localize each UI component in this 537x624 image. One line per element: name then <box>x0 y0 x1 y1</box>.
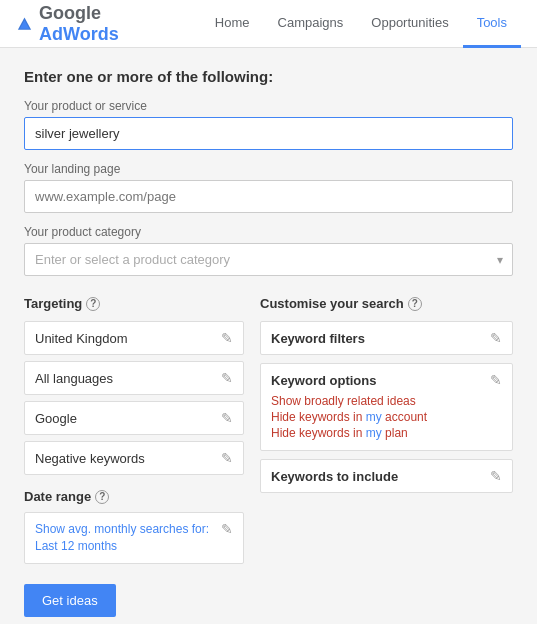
targeting-google-label: Google <box>35 411 77 426</box>
targeting-column: Targeting ? United Kingdom ✎ All languag… <box>24 296 244 564</box>
targeting-uk-label: United Kingdom <box>35 331 128 346</box>
customise-help-icon[interactable]: ? <box>408 297 422 311</box>
edit-icon-date-range: ✎ <box>221 521 233 537</box>
adwords-logo-icon <box>16 15 33 33</box>
nav-tools[interactable]: Tools <box>463 0 521 48</box>
targeting-item-language[interactable]: All languages ✎ <box>24 361 244 395</box>
date-range-item[interactable]: Show avg. monthly searches for: Last 12 … <box>24 512 244 564</box>
logo-text: Google AdWords <box>39 3 177 45</box>
keyword-options-subitems: Show broadly related ideas Hide keywords… <box>271 394 502 440</box>
keyword-filters-title: Keyword filters <box>271 331 365 346</box>
landing-field-group: Your landing page <box>24 162 513 213</box>
targeting-item-uk[interactable]: United Kingdom ✎ <box>24 321 244 355</box>
targeting-language-label: All languages <box>35 371 113 386</box>
edit-icon-keywords-include[interactable]: ✎ <box>490 468 502 484</box>
nav-campaigns[interactable]: Campaigns <box>264 0 358 48</box>
edit-icon-language: ✎ <box>221 370 233 386</box>
keywords-to-include-section: Keywords to include ✎ <box>260 459 513 493</box>
nav-home[interactable]: Home <box>201 0 264 48</box>
form-section-title: Enter one or more of the following: <box>24 68 513 85</box>
customise-title: Customise your search ? <box>260 296 513 311</box>
category-select-wrapper: Enter or select a product category ▾ <box>24 243 513 276</box>
keyword-options-header: Keyword options ✎ <box>271 372 502 388</box>
keyword-filters-section: Keyword filters ✎ <box>260 321 513 355</box>
main-nav: Home Campaigns Opportunities Tools <box>201 0 521 48</box>
targeting-item-google[interactable]: Google ✎ <box>24 401 244 435</box>
targeting-item-negative[interactable]: Negative keywords ✎ <box>24 441 244 475</box>
category-label: Your product category <box>24 225 513 239</box>
landing-label: Your landing page <box>24 162 513 176</box>
hide-keywords-account[interactable]: Hide keywords in my account <box>271 410 502 424</box>
edit-icon-negative: ✎ <box>221 450 233 466</box>
product-input[interactable] <box>24 117 513 150</box>
targeting-customise-section: Targeting ? United Kingdom ✎ All languag… <box>24 296 513 564</box>
customise-column: Customise your search ? Keyword filters … <box>260 296 513 564</box>
keyword-options-section: Keyword options ✎ Show broadly related i… <box>260 363 513 451</box>
targeting-negative-label: Negative keywords <box>35 451 145 466</box>
keyword-options-title: Keyword options <box>271 373 376 388</box>
hide-keywords-plan[interactable]: Hide keywords in my plan <box>271 426 502 440</box>
landing-input[interactable] <box>24 180 513 213</box>
product-field-group: Your product or service <box>24 99 513 150</box>
category-select[interactable]: Enter or select a product category <box>24 243 513 276</box>
date-range-title: Date range ? <box>24 489 244 504</box>
keywords-to-include-title: Keywords to include <box>271 469 398 484</box>
keyword-filters-header: Keyword filters ✎ <box>271 330 502 346</box>
edit-icon-google: ✎ <box>221 410 233 426</box>
header: Google AdWords Home Campaigns Opportunit… <box>0 0 537 48</box>
edit-icon-uk: ✎ <box>221 330 233 346</box>
category-field-group: Your product category Enter or select a … <box>24 225 513 276</box>
targeting-title: Targeting ? <box>24 296 244 311</box>
date-range-text: Show avg. monthly searches for: Last 12 … <box>35 521 221 555</box>
edit-icon-keyword-filters[interactable]: ✎ <box>490 330 502 346</box>
nav-opportunities[interactable]: Opportunities <box>357 0 462 48</box>
main-content: Enter one or more of the following: Your… <box>0 48 537 624</box>
keywords-to-include-header: Keywords to include ✎ <box>271 468 502 484</box>
get-ideas-button[interactable]: Get ideas <box>24 584 116 617</box>
product-label: Your product or service <box>24 99 513 113</box>
show-broadly-related[interactable]: Show broadly related ideas <box>271 394 502 408</box>
logo: Google AdWords <box>16 3 177 45</box>
targeting-help-icon[interactable]: ? <box>86 297 100 311</box>
edit-icon-keyword-options[interactable]: ✎ <box>490 372 502 388</box>
date-range-help-icon[interactable]: ? <box>95 490 109 504</box>
